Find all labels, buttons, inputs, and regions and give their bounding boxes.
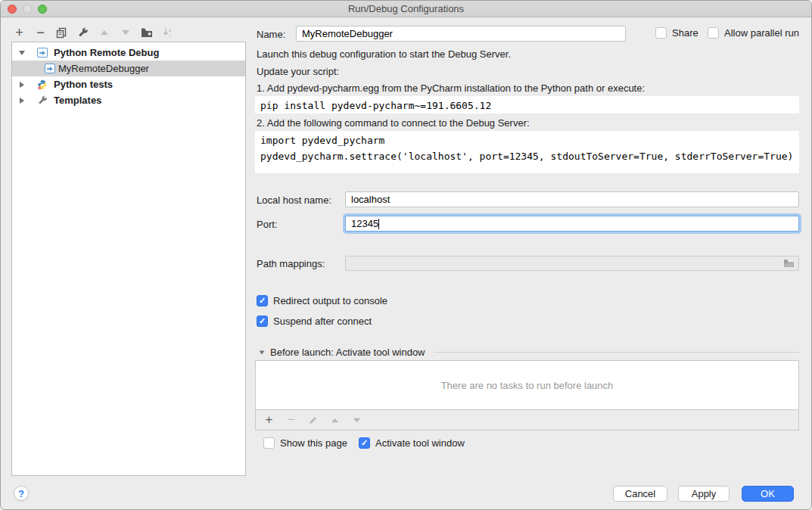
titlebar: Run/Debug Configurations [1, 1, 811, 17]
cancel-button[interactable]: Cancel [613, 486, 667, 502]
instruction-line-2: Update your script: [257, 66, 339, 77]
chevron-down-icon[interactable] [17, 51, 26, 55]
name-label: Name: [257, 29, 285, 40]
before-launch-header[interactable]: Before launch: Activate tool window [259, 347, 799, 358]
port-input[interactable] [345, 216, 799, 232]
before-launch-toolbar: + − [255, 410, 799, 431]
activate-tool-window-label: Activate tool window [375, 437, 465, 449]
edit-templates-icon[interactable] [76, 26, 89, 39]
text-cursor [378, 219, 379, 229]
share-label: Share [672, 27, 698, 39]
tree-item-templates[interactable]: Templates [12, 92, 245, 108]
before-launch-title: Before launch: Activate tool window [270, 347, 425, 358]
path-mappings-label: Path mappings: [257, 258, 325, 269]
help-button[interactable]: ? [14, 486, 29, 501]
before-launch-task-list[interactable]: There are no tasks to run before launch [255, 360, 799, 410]
show-this-page-label: Show this page [280, 437, 347, 449]
suspend-after-connect-label: Suspend after connect [273, 316, 372, 327]
settrace-code-line-1: import pydevd_pycharm [260, 135, 384, 146]
ok-button[interactable]: OK [742, 486, 794, 502]
local-host-name-input[interactable] [345, 191, 799, 207]
add-task-icon[interactable]: + [263, 414, 275, 427]
apply-button[interactable]: Apply [678, 486, 730, 502]
remove-icon[interactable]: − [34, 26, 47, 39]
path-mappings-input[interactable] [345, 256, 799, 271]
run-debug-configurations-dialog: Run/Debug Configurations + − az Python R… [0, 0, 812, 510]
empty-tasks-message: There are no tasks to run before launch [441, 380, 614, 391]
chevron-right-icon[interactable] [17, 82, 26, 88]
instruction-line-1: Launch this debug configuration to start… [257, 48, 511, 60]
checkbox-icon [655, 27, 667, 39]
move-up-icon [98, 26, 110, 39]
chevron-right-icon[interactable] [17, 98, 26, 104]
tree-item-python-remote-debug[interactable]: Python Remote Debug [12, 45, 245, 61]
tree-item-label: Templates [54, 95, 101, 106]
checkbox-icon [708, 27, 719, 39]
checkbox-checked-icon [257, 295, 268, 306]
checkbox-checked-icon [257, 316, 268, 327]
separator [434, 352, 799, 353]
add-icon[interactable]: + [13, 26, 26, 39]
new-folder-icon[interactable] [140, 26, 153, 39]
window-title: Run/Debug Configurations [1, 3, 811, 14]
tree-item-label: Python Remote Debug [54, 47, 159, 58]
move-down-icon [119, 26, 132, 39]
local-host-name-label: Local host name: [257, 194, 331, 206]
share-checkbox[interactable]: Share [655, 27, 698, 39]
move-task-down-icon [350, 414, 363, 427]
svg-text:a: a [169, 28, 172, 33]
tree-item-label: MyRemoteDebugger [58, 63, 149, 74]
configurations-toolbar: + − az [13, 24, 174, 41]
port-label: Port: [257, 219, 277, 230]
show-this-page-checkbox[interactable]: Show this page [263, 437, 347, 449]
sort-alphabetically-icon: az [161, 26, 174, 39]
svg-text:z: z [169, 33, 171, 38]
checkbox-checked-icon [359, 437, 370, 449]
configuration-editor: Name: Share Allow parallel run Launch th… [255, 17, 799, 509]
instruction-step-1: 1. Add pydevd-pycharm.egg from the PyCha… [257, 82, 645, 94]
move-task-up-icon [328, 414, 341, 427]
name-input[interactable] [296, 26, 626, 42]
tree-item-python-tests[interactable]: Python tests [12, 76, 245, 92]
instruction-step-2: 2. Add the following command to connect … [257, 117, 530, 129]
remove-task-icon: − [285, 414, 297, 427]
tree-item-label: Python tests [54, 79, 113, 90]
redirect-output-checkbox[interactable]: Redirect output to console [257, 295, 387, 306]
copy-icon[interactable] [55, 26, 68, 39]
tree-item-myremotedebugger[interactable]: MyRemoteDebugger [12, 61, 245, 76]
settrace-code: import pydevd_pycharmpydevd_pycharm.sett… [255, 131, 799, 173]
settrace-code-line-2: pydevd_pycharm.settrace('localhost', por… [260, 151, 793, 162]
allow-parallel-run-label: Allow parallel run [724, 27, 799, 39]
edit-task-icon [306, 414, 319, 427]
activate-tool-window-checkbox[interactable]: Activate tool window [359, 437, 465, 449]
collapse-icon[interactable] [260, 350, 265, 354]
browse-folder-icon[interactable] [783, 259, 795, 270]
suspend-after-connect-checkbox[interactable]: Suspend after connect [257, 316, 372, 327]
allow-parallel-run-checkbox[interactable]: Allow parallel run [708, 27, 799, 39]
question-mark-icon: ? [18, 488, 24, 499]
checkbox-icon [263, 437, 275, 449]
pip-install-code: pip install pydevd-pycharm~=191.6605.12 [255, 96, 799, 114]
python-icon [37, 79, 48, 90]
wrench-icon [37, 95, 48, 106]
remote-debug-icon [37, 48, 48, 58]
redirect-output-label: Redirect output to console [273, 295, 387, 306]
remote-debug-icon [45, 64, 55, 73]
configurations-tree: Python Remote Debug MyRemoteDebugger Pyt… [11, 42, 246, 476]
